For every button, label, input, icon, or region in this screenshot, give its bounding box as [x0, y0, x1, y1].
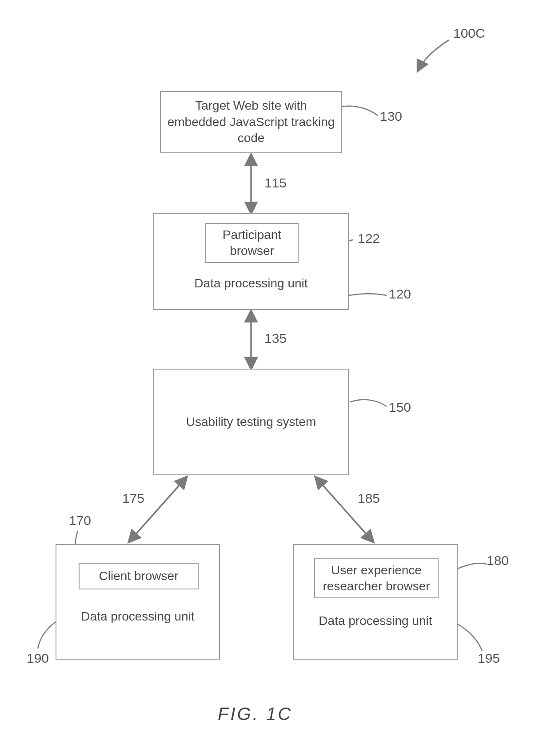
- ux-browser-text: User experience researcher browser: [319, 562, 433, 595]
- ref-175: 175: [122, 491, 144, 506]
- ref-150: 150: [389, 400, 411, 415]
- participant-browser-text: Participant browser: [211, 227, 293, 259]
- box-target-web-site: Target Web site with embedded JavaScript…: [160, 91, 342, 153]
- client-dpu-text: Data processing unit: [56, 609, 219, 624]
- box-participant-dpu: Participant browser Data processing unit: [153, 213, 349, 310]
- ref-120: 120: [389, 286, 411, 302]
- diagram-canvas: 100C Target Web site with embedded JavaS…: [0, 0, 551, 756]
- box-usability-testing-system: Usability testing system: [153, 369, 349, 475]
- figure-id-label: 100C: [453, 26, 485, 41]
- ref-195: 195: [478, 651, 500, 666]
- svg-line-2: [129, 477, 187, 542]
- box-ux-dpu: User experience researcher browser Data …: [293, 544, 458, 660]
- ref-122: 122: [358, 231, 380, 246]
- box-ux-browser: User experience researcher browser: [314, 558, 439, 598]
- figure-title: FIG. 1C: [218, 704, 292, 724]
- ref-135: 135: [264, 331, 287, 346]
- box-client-dpu: Client browser Data processing unit: [56, 544, 220, 660]
- ux-dpu-text: Data processing unit: [294, 614, 457, 628]
- ref-130: 130: [380, 109, 402, 124]
- box-participant-browser: Participant browser: [205, 223, 299, 263]
- usability-text: Usability testing system: [186, 414, 316, 430]
- svg-line-3: [315, 477, 373, 542]
- ref-115: 115: [264, 175, 287, 191]
- ref-180: 180: [487, 553, 509, 568]
- box-target-web-site-text: Target Web site with embedded JavaScript…: [164, 98, 338, 146]
- client-browser-text: Client browser: [99, 568, 179, 584]
- ref-185: 185: [358, 491, 380, 506]
- participant-dpu-text: Data processing unit: [154, 276, 348, 290]
- ref-170: 170: [69, 513, 91, 528]
- ref-190: 190: [27, 651, 49, 666]
- box-client-browser: Client browser: [79, 563, 199, 589]
